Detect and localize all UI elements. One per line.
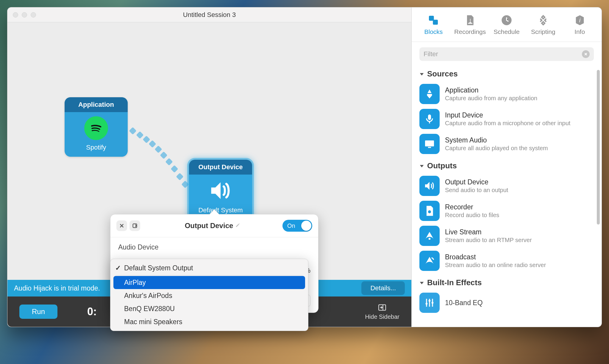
elapsed-time: 0: (87, 305, 97, 318)
svg-point-8 (428, 210, 431, 213)
enabled-toggle[interactable]: On (282, 220, 312, 232)
item-title: Broadcast (445, 253, 546, 261)
file-icon (419, 201, 440, 221)
svg-rect-6 (425, 140, 434, 146)
info-icon: i (574, 14, 586, 26)
blocks-icon (427, 14, 440, 26)
section-effects[interactable]: Built-In Effects (412, 273, 602, 290)
item-sub: Capture audio from a microphone or other… (445, 119, 570, 127)
item-sub: Capture all audio played on the system (445, 144, 548, 152)
tab-recordings[interactable]: Recordings (452, 7, 488, 42)
block-header: Application (65, 97, 128, 112)
tab-info[interactable]: i Info (561, 7, 598, 42)
effect-item-10-band-eq[interactable]: 10-Band EQ (412, 290, 602, 315)
run-button[interactable]: Run (19, 305, 57, 319)
dropdown-item-mac-mini[interactable]: Mac mini Speakers (110, 315, 308, 328)
trial-message: Audio Hijack is in trial mode. (14, 284, 100, 292)
audio-device-label: Audio Device (110, 237, 318, 254)
item-title: Application (445, 86, 537, 94)
microphone-icon (419, 109, 440, 129)
svg-rect-3 (433, 20, 438, 25)
checkmark-icon: ✓ (115, 264, 122, 272)
close-window-button[interactable] (13, 12, 18, 18)
window-title: Untitled Session 3 (183, 11, 236, 19)
dropdown-label: Ankur's AirPods (124, 292, 172, 300)
dropdown-label: BenQ EW2880U (124, 305, 175, 313)
eq-icon (419, 293, 440, 313)
spotify-icon (84, 116, 109, 141)
minimize-window-button[interactable] (22, 12, 27, 18)
block-label: Spotify (86, 144, 106, 151)
zoom-window-button[interactable] (31, 12, 36, 18)
sidebar-scrollbar[interactable] (597, 70, 600, 225)
toggle-label: On (287, 222, 295, 229)
output-item-broadcast[interactable]: BroadcastStream audio to an online radio… (412, 248, 602, 273)
connection-dot (149, 140, 156, 148)
chevron-down-icon (419, 164, 424, 168)
speaker-icon (208, 178, 233, 203)
audio-device-dropdown: ✓ Default System Output AirPlay Ankur's … (110, 259, 308, 331)
tab-label: Schedule (494, 28, 520, 35)
connection-dot (176, 173, 183, 180)
tab-blocks[interactable]: Blocks (415, 7, 452, 42)
tab-schedule[interactable]: Schedule (488, 7, 525, 42)
hide-sidebar-label: Hide Sidebar (365, 313, 399, 320)
output-item-output-device[interactable]: Output DeviceSend audio to an output (412, 173, 602, 198)
dropdown-item-airpods[interactable]: Ankur's AirPods (110, 289, 308, 302)
source-item-input-device[interactable]: Input DeviceCapture audio from a microph… (412, 106, 602, 131)
section-title: Outputs (427, 161, 457, 170)
tab-label: Recordings (454, 28, 486, 35)
output-item-recorder[interactable]: RecorderRecord audio to files (412, 198, 602, 223)
section-outputs[interactable]: Outputs (412, 156, 602, 173)
popover-title: Output Device (143, 222, 282, 230)
filter-input[interactable]: Filter (419, 47, 594, 61)
item-sub: Send audio to an output (445, 186, 508, 194)
toggle-knob (301, 221, 311, 231)
tab-label: Info (574, 28, 585, 35)
item-sub: Stream audio to an online radio server (445, 261, 546, 269)
tab-scripting[interactable]: Scripting (525, 7, 561, 42)
broadcast-icon (419, 251, 440, 271)
item-title: Input Device (445, 111, 570, 119)
source-item-system-audio[interactable]: System AudioCapture all audio played on … (412, 131, 602, 156)
hide-sidebar-button[interactable]: Hide Sidebar (365, 303, 399, 320)
sidebar-content: Sources ApplicationCapture audio from an… (412, 63, 602, 327)
connection-dot (143, 136, 150, 143)
source-item-application[interactable]: ApplicationCapture audio from any applic… (412, 81, 602, 106)
tab-label: Scripting (531, 28, 555, 35)
svg-point-11 (429, 300, 431, 302)
svg-point-9 (429, 238, 431, 240)
svg-rect-7 (428, 147, 431, 148)
clear-filter-icon[interactable] (582, 50, 590, 58)
popover-header: Output Device On (110, 214, 318, 237)
block-application[interactable]: Application Spotify (65, 97, 128, 157)
display-icon (419, 134, 440, 154)
block-header: Output Device (189, 160, 252, 175)
popout-button[interactable] (129, 220, 140, 231)
application-icon (419, 84, 440, 104)
satellite-icon (419, 226, 440, 246)
item-title: 10-Band EQ (445, 299, 483, 307)
tab-label: Blocks (424, 28, 443, 35)
dropdown-item-benq[interactable]: BenQ EW2880U (110, 302, 308, 315)
section-sources[interactable]: Sources (412, 65, 602, 81)
trial-details-button[interactable]: Details... (361, 281, 405, 295)
close-popover-button[interactable] (116, 220, 127, 231)
item-sub: Capture audio from any application (445, 94, 537, 102)
schedule-icon (500, 14, 513, 26)
dropdown-label: Mac mini Speakers (124, 318, 182, 326)
dropdown-item-airplay[interactable]: AirPlay (113, 276, 305, 289)
edit-icon[interactable] (235, 223, 240, 229)
dropdown-separator (116, 275, 303, 275)
item-sub: Stream audio to an RTMP server (445, 236, 532, 244)
item-title: System Audio (445, 136, 548, 144)
item-sub: Record audio to files (445, 211, 499, 219)
recordings-icon (464, 14, 476, 26)
scripting-icon (537, 14, 549, 26)
section-title: Built-In Effects (427, 278, 482, 287)
dropdown-item-default[interactable]: ✓ Default System Output (110, 261, 308, 274)
dropdown-label: Default System Output (124, 264, 193, 272)
svg-point-10 (426, 303, 428, 305)
output-item-live-stream[interactable]: Live StreamStream audio to an RTMP serve… (412, 223, 602, 248)
svg-point-12 (432, 302, 434, 304)
